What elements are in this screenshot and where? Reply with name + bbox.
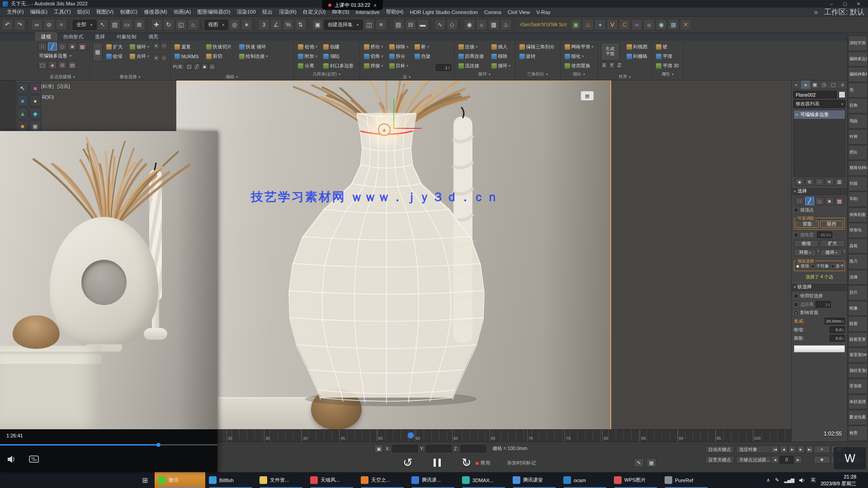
- shrink-button[interactable]: 收缩: [794, 240, 819, 247]
- forward-30-button[interactable]: ↻30: [459, 455, 474, 470]
- modifier-button[interactable]: 晶格: [848, 239, 868, 254]
- render-setup-icon[interactable]: ☼: [476, 19, 487, 30]
- toolbar-separator[interactable]: [308, 19, 310, 31]
- modifier-button[interactable]: 编辑样条线: [848, 67, 868, 82]
- key-filters-button[interactable]: 关键点过滤器...: [736, 456, 773, 464]
- minimize-button[interactable]: –: [825, 0, 838, 8]
- ribbon-button[interactable]: 插入: [490, 42, 512, 51]
- next-frame-button[interactable]: ▶: [797, 446, 805, 453]
- layer-manager-icon[interactable]: ▤: [393, 19, 404, 30]
- show-end-result-icon[interactable]: ≣: [805, 178, 814, 186]
- tab-object-paint[interactable]: 对象绘制: [111, 33, 142, 41]
- ribbon-button[interactable]: 光环▾: [128, 52, 151, 61]
- ribbon-button[interactable]: 平滑 30: [655, 61, 680, 70]
- menu-overflow-icon[interactable]: »: [811, 8, 821, 16]
- network-icon[interactable]: ▂▄▆: [784, 477, 794, 483]
- grid-display-icon[interactable]: ▦: [646, 458, 656, 467]
- menu-item[interactable]: V-Ray: [533, 9, 553, 15]
- modifier-button[interactable]: 变形器: [848, 379, 868, 394]
- gray-tool-icon[interactable]: ▣: [29, 120, 41, 132]
- floating-mini-button[interactable]: ▦: [581, 91, 594, 100]
- menu-item[interactable]: 图形编辑器(D): [194, 8, 233, 16]
- angle-snap-icon[interactable]: ∠: [270, 19, 282, 30]
- taskbar-app[interactable]: 天猫风...: [307, 472, 357, 488]
- annotate-pen-icon[interactable]: ✎: [634, 458, 644, 467]
- modifier-button[interactable]: 倒角剖面: [848, 207, 868, 223]
- ribbon-button[interactable]: 快速 循环: [238, 42, 269, 51]
- ribbon-button[interactable]: 挤出▾: [363, 42, 385, 51]
- modifier-button[interactable]: 车削: [848, 192, 868, 207]
- element-icon[interactable]: ▩: [835, 197, 844, 205]
- ring-shrink-button[interactable]: −: [160, 55, 167, 61]
- affect-backfacing-checkbox[interactable]: ✓: [794, 310, 798, 315]
- ribbon-button[interactable]: 自旋: [413, 52, 434, 61]
- select-and-link-icon[interactable]: ∞: [31, 19, 42, 30]
- taskbar-app[interactable]: 腾讯课堂: [509, 472, 560, 488]
- pen-tablet-icon[interactable]: ✎: [775, 477, 779, 483]
- plugin-teapot-icon[interactable]: ♨: [582, 19, 594, 30]
- ribbon-button[interactable]: 拆分: [388, 52, 410, 61]
- loop-spinner[interactable]: ▴▾: [844, 249, 845, 256]
- toolbar-separator[interactable]: [389, 19, 391, 31]
- by-angle-checkbox[interactable]: [794, 233, 798, 237]
- stack-item-editable-poly[interactable]: ▶ 可编辑多边形: [794, 110, 845, 119]
- plugin-chain-icon[interactable]: ∞: [631, 19, 642, 30]
- ring-spinner[interactable]: ▴▾: [817, 249, 819, 256]
- play-button[interactable]: ▶: [788, 446, 796, 453]
- scene-explorer-icon[interactable]: ⊟: [405, 19, 416, 30]
- cyan-tool-icon[interactable]: ◆: [29, 108, 41, 119]
- pinch-spinner[interactable]: 0.0▴▾: [830, 326, 845, 333]
- zoom-icon[interactable]: +: [814, 446, 830, 453]
- hierarchy-tab[interactable]: ▣: [810, 80, 820, 89]
- selection-rollout-header[interactable]: ▾选择: [792, 187, 847, 195]
- key-filter-scope-dropdown[interactable]: 选定对象: [736, 446, 773, 453]
- transform-typein-lock-icon[interactable]: ▣: [374, 445, 383, 453]
- chevron-up-icon[interactable]: ∧: [373, 3, 377, 8]
- menu-item[interactable]: 渲染(R): [276, 8, 300, 16]
- use-soft-selection-checkbox[interactable]: [794, 294, 798, 298]
- taskbar-app[interactable]: PureRef: [661, 472, 712, 488]
- menu-item[interactable]: 渲染100: [234, 8, 259, 16]
- ribbon-button[interactable]: 流连接: [457, 61, 487, 70]
- menu-item[interactable]: 文件(F): [4, 8, 27, 16]
- named-selection-field[interactable]: 创建选择集▾: [324, 20, 363, 30]
- mirror-icon[interactable]: ◫: [363, 19, 375, 30]
- tab-freeform[interactable]: 自由形式: [58, 33, 89, 41]
- soft-selection-rollout-header[interactable]: ▾软选择: [792, 283, 847, 291]
- modifier-button[interactable]: 路径变形(WSM): [848, 363, 868, 379]
- align-icon[interactable]: ≡: [376, 19, 387, 30]
- selection-mode-icon[interactable]: ▦: [93, 42, 103, 61]
- pin-stack-icon[interactable]: ◈: [795, 178, 804, 186]
- modifier-button[interactable]: 弯曲: [848, 114, 868, 129]
- angle-spinner[interactable]: 45.0▴▾: [817, 231, 832, 238]
- ring-button[interactable]: 环形▾: [794, 249, 816, 256]
- curve-editor-icon[interactable]: ∿: [434, 19, 446, 30]
- ribbon-button[interactable]: 桥▾: [413, 42, 434, 51]
- ribbon-button[interactable]: 距离连接: [457, 52, 487, 61]
- undo-icon[interactable]: ↶: [2, 19, 13, 30]
- polygon-icon[interactable]: ■: [68, 42, 77, 51]
- video-progress-bar[interactable]: [0, 444, 217, 446]
- modifier-button[interactable]: 挤出: [848, 145, 868, 160]
- menu-item[interactable]: 编辑(E): [27, 8, 51, 16]
- orange-tool-icon[interactable]: ■: [17, 120, 28, 132]
- loop-button[interactable]: 循环▾: [820, 249, 842, 256]
- danmaku-toggle-icon[interactable]: [29, 455, 39, 463]
- ribbon-button[interactable]: 封口多边形: [322, 61, 357, 70]
- set-key-button[interactable]: 设置关键点: [705, 456, 734, 464]
- toolbar-separator[interactable]: [254, 19, 256, 31]
- ring-grow-button[interactable]: +: [153, 55, 160, 61]
- tab-selection[interactable]: 选择: [90, 33, 110, 41]
- modifier-button[interactable]: 球形化: [848, 223, 868, 238]
- auto-key-button[interactable]: 自动关键点: [705, 446, 734, 453]
- editable-poly-dropdown[interactable]: 可编辑多边形▾: [38, 52, 72, 60]
- vray-icon[interactable]: V: [607, 19, 618, 30]
- select-object-icon[interactable]: ↖: [97, 19, 108, 30]
- taskbar-app[interactable]: 天空之...: [357, 472, 408, 488]
- vertex-icon[interactable]: ∷: [795, 197, 804, 205]
- material-editor-icon[interactable]: ◉: [464, 19, 475, 30]
- menu-item[interactable]: Civil View: [505, 9, 533, 15]
- loop-shrink-button[interactable]: −: [160, 42, 167, 49]
- percent-snap-icon[interactable]: %: [283, 19, 294, 30]
- edge-icon[interactable]: ╱: [805, 197, 814, 205]
